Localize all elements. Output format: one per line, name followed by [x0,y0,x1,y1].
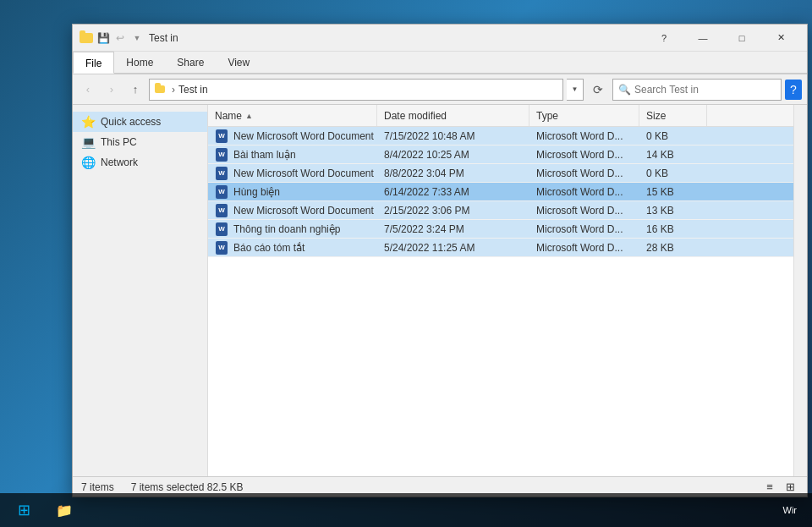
address-path[interactable]: › Test in [149,79,563,101]
this-pc-icon: 💻 [81,135,96,149]
file-type-cell: Microsoft Word D... [529,149,639,161]
file-name-cell: W Báo cáo tóm tắt [208,241,377,255]
sidebar-item-quick-access[interactable]: ⭐ Quick access [73,112,207,132]
file-date-cell: 8/4/2022 10:25 AM [377,149,529,161]
minimize-button[interactable]: — [683,25,722,52]
title-down-icon[interactable]: ▼ [130,31,144,45]
table-row[interactable]: W Hùng biện 6/14/2022 7:33 AM Microsoft … [208,183,793,201]
search-input[interactable] [634,84,776,96]
file-date-cell: 5/24/2022 11:25 AM [377,242,529,254]
file-date-cell: 2/15/2022 3:06 PM [377,205,529,217]
column-header-date[interactable]: Date modified [377,105,529,126]
up-button[interactable]: ↑ [125,80,145,100]
tab-file[interactable]: File [73,52,114,74]
file-type-cell: Microsoft Word D... [529,242,639,254]
breadcrumb-icon [155,84,165,96]
selected-info: 7 items selected 82.5 KB [131,481,244,493]
sidebar-item-label: Network [101,156,138,168]
title-undo-icon[interactable]: ↩ [113,31,127,45]
sidebar-item-label: Quick access [101,116,161,128]
file-type-cell: Microsoft Word D... [529,130,639,142]
title-folder-icon [80,31,93,45]
file-size-cell: 13 KB [639,205,707,217]
file-date-cell: 7/15/2022 10:48 AM [377,130,529,142]
word-doc-icon: W [215,241,228,255]
file-size-cell: 28 KB [639,242,707,254]
help-icon[interactable]: ? [785,80,802,100]
file-name-cell: W New Microsoft Word Document (3) [208,167,377,180]
file-size-cell: 0 KB [639,167,707,179]
word-doc-icon: W [215,148,228,162]
file-type-cell: Microsoft Word D... [529,223,639,235]
file-name-cell: W New Microsoft Word Document [208,204,377,217]
sidebar-item-network[interactable]: 🌐 Network [73,152,207,173]
sort-arrow-icon: ▲ [245,112,253,120]
maximize-button[interactable]: □ [722,25,761,52]
breadcrumb-separator: › [172,84,175,96]
back-button[interactable]: ‹ [78,80,98,100]
file-name-cell: W Hùng biện [208,185,377,199]
file-list-header: Name ▲ Date modified Type Size [208,105,793,127]
title-bar: 💾 ↩ ▼ Test in ? — □ ✕ [73,25,807,52]
close-button[interactable]: ✕ [761,25,800,52]
word-doc-icon: W [215,185,228,199]
window-title-text: Test in [149,32,178,44]
file-explorer-taskbar-button[interactable]: 📁 [47,495,81,525]
word-doc-icon: W [215,129,228,143]
breadcrumb-current: Test in [178,84,208,96]
title-save-icon[interactable]: 💾 [96,31,110,45]
network-icon: 🌐 [81,156,96,169]
file-name-cell: W Bài tham luận [208,148,377,162]
table-row[interactable]: W New Microsoft Word Document 2/15/2022 … [208,201,793,220]
start-button[interactable]: ⊞ [7,495,41,525]
file-date-cell: 7/5/2022 3:24 PM [377,223,529,235]
forward-button[interactable]: › [102,80,122,100]
windows-logo-icon: ⊞ [18,501,30,519]
word-doc-icon: W [215,204,228,217]
file-size-cell: 16 KB [639,223,707,235]
file-size-cell: 0 KB [639,130,707,142]
tab-share[interactable]: Share [165,52,216,73]
table-row[interactable]: W Báo cáo tóm tắt 5/24/2022 11:25 AM Mic… [208,239,793,257]
taskbar-items: ⊞ 📁 [7,495,81,525]
column-header-size[interactable]: Size [639,105,707,126]
window-controls: ? — □ ✕ [645,25,800,52]
tab-home[interactable]: Home [114,52,165,73]
window-title: Test in [149,32,645,44]
title-bar-quick-access: 💾 ↩ ▼ [80,31,144,45]
word-doc-icon: W [215,167,228,180]
file-date-cell: 6/14/2022 7:33 AM [377,186,529,198]
table-row[interactable]: W Thông tin doanh nghiệp 7/5/2022 3:24 P… [208,220,793,239]
file-explorer-window: 💾 ↩ ▼ Test in ? — □ ✕ File Home Share Vi… [72,24,808,497]
address-dropdown-button[interactable]: ▼ [567,79,584,101]
file-size-cell: 14 KB [639,149,707,161]
file-name-cell: W New Microsoft Word Document (2) [208,129,377,143]
table-row[interactable]: W Bài tham luận 8/4/2022 10:25 AM Micros… [208,145,793,164]
file-type-cell: Microsoft Word D... [529,205,639,217]
column-header-name[interactable]: Name ▲ [208,105,377,126]
right-panel [793,105,807,476]
refresh-button[interactable]: ⟳ [587,79,609,101]
search-icon: 🔍 [618,84,631,96]
items-count: 7 items [81,481,114,493]
tab-view[interactable]: View [216,52,261,73]
search-box[interactable]: 🔍 [612,79,782,101]
file-type-cell: Microsoft Word D... [529,186,639,198]
ribbon: File Home Share View [73,52,807,74]
word-doc-icon: W [215,222,228,236]
file-size-cell: 15 KB [639,186,707,198]
taskbar-clock: Wir [783,505,806,515]
file-type-cell: Microsoft Word D... [529,167,639,179]
clock-time: Wir [783,505,798,515]
sidebar: ⭐ Quick access 💻 This PC 🌐 Network [73,105,208,476]
taskbar: ⊞ 📁 Wir [0,493,812,527]
ribbon-tabs: File Home Share View [73,52,807,74]
sidebar-item-this-pc[interactable]: 💻 This PC [73,132,207,152]
column-header-type[interactable]: Type [529,105,639,126]
help-button[interactable]: ? [645,25,683,52]
sidebar-item-label: This PC [101,136,137,148]
table-row[interactable]: W New Microsoft Word Document (3) 8/8/20… [208,164,793,183]
address-bar: ‹ › ↑ › Test in ▼ ⟳ 🔍 ? [73,74,807,105]
file-list: Name ▲ Date modified Type Size W New Mic… [208,105,793,476]
table-row[interactable]: W New Microsoft Word Document (2) 7/15/2… [208,127,793,145]
